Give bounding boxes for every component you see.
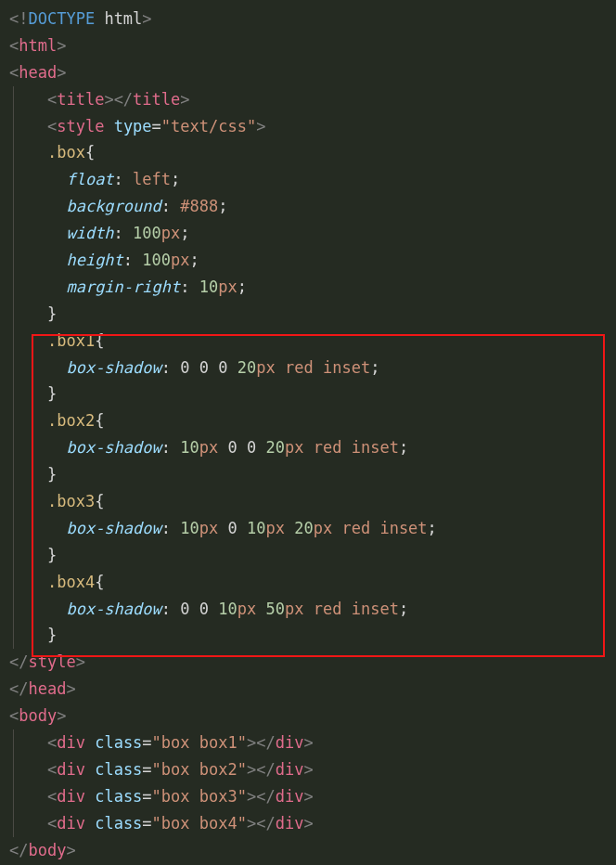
code-line: <div class="box box3"></div> — [9, 783, 607, 810]
code-line: .box2{ — [9, 407, 607, 434]
attr-type: type — [114, 117, 152, 136]
doctype-arg: html — [104, 9, 142, 28]
code-line: .box1{ — [9, 328, 607, 355]
code-line: <div class="box box2"></div> — [9, 756, 607, 783]
punct-angle: > — [142, 9, 151, 28]
tag-style: style — [57, 117, 104, 136]
selector-box1: .box1 — [47, 331, 95, 350]
selector-box: .box — [47, 143, 85, 161]
selector-box3: .box3 — [47, 492, 95, 510]
tag-body: body — [19, 706, 57, 725]
code-line: <div class="box box1"></div> — [9, 729, 607, 756]
code-line: </style> — [9, 649, 607, 676]
code-line: box-shadow: 0 0 0 20px red inset; — [9, 355, 607, 381]
code-line: } — [9, 622, 607, 649]
code-line: <head> — [9, 59, 607, 86]
tag-head: head — [19, 63, 57, 82]
code-line: } — [9, 301, 607, 328]
code-line: <div class="box box4"></div> — [9, 810, 607, 837]
code-line: height: 100px; — [9, 247, 607, 274]
code-line: <title></title> — [9, 86, 607, 113]
code-line: background: #888; — [9, 193, 607, 220]
code-line: box-shadow: 0 0 10px 50px red inset; — [9, 596, 607, 623]
code-line: float: left; — [9, 166, 607, 193]
code-line: } — [9, 381, 607, 407]
code-line: .box4{ — [9, 569, 607, 596]
attr-value: "text/css" — [161, 117, 256, 136]
code-line: box-shadow: 10px 0 0 20px red inset; — [9, 434, 607, 461]
code-line: } — [9, 542, 607, 569]
code-line: box-shadow: 10px 0 10px 20px red inset; — [9, 515, 607, 542]
code-line: <html> — [9, 32, 607, 59]
doctype-keyword: DOCTYPE — [28, 9, 95, 28]
code-editor[interactable]: <!DOCTYPE html> <html> <head> <title></t… — [9, 6, 607, 865]
code-line: width: 100px; — [9, 220, 607, 247]
code-line: margin-right: 10px; — [9, 274, 607, 301]
code-line: <style type="text/css"> — [9, 113, 607, 140]
selector-box4: .box4 — [47, 573, 95, 591]
tag-title: title — [57, 90, 104, 109]
punct-angle: <! — [9, 9, 28, 28]
selector-box2: .box2 — [47, 411, 95, 430]
code-line: .box{ — [9, 139, 607, 166]
tag-html: html — [19, 36, 57, 55]
code-line: } — [9, 461, 607, 488]
code-line: <!DOCTYPE html> — [9, 6, 607, 32]
code-line: <body> — [9, 703, 607, 729]
code-line: </body> — [9, 837, 607, 864]
code-line: </head> — [9, 676, 607, 703]
code-line: .box3{ — [9, 488, 607, 515]
